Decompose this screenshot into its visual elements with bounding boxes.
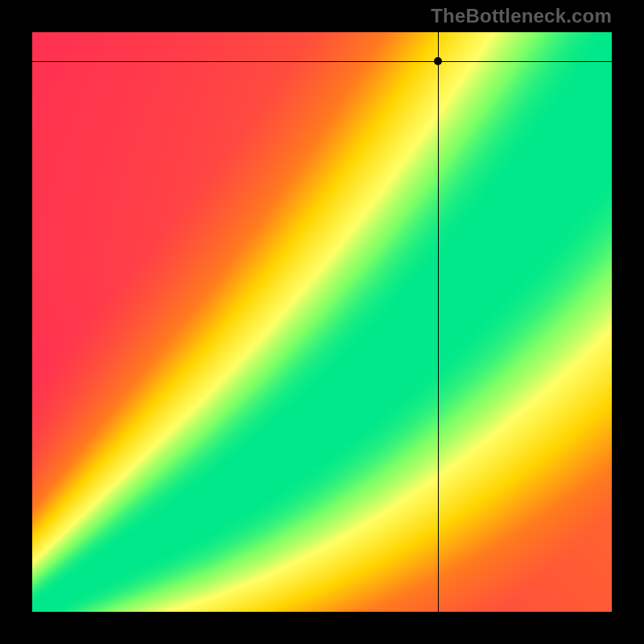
marker-dot: [434, 57, 442, 65]
heatmap-plot-area: [32, 32, 612, 612]
watermark-text: TheBottleneck.com: [431, 5, 612, 27]
crosshair-horizontal: [32, 61, 612, 62]
crosshair-vertical: [438, 32, 439, 612]
heatmap-canvas: [32, 32, 612, 612]
chart-stage: TheBottleneck.com: [0, 0, 644, 644]
